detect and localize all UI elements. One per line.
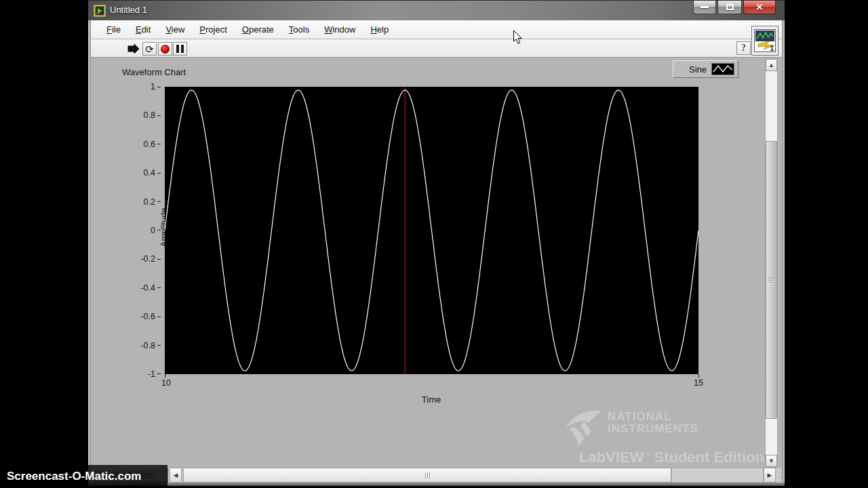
window-right-border bbox=[782, 20, 785, 483]
maximize-button[interactable] bbox=[717, 1, 742, 14]
scroll-up-button[interactable]: ▲ bbox=[766, 59, 777, 71]
scroll-left-icon: ◀ bbox=[174, 472, 178, 479]
chart-title: Waveform Chart bbox=[122, 67, 186, 77]
vi-icon-pane[interactable]: 1 bbox=[751, 26, 778, 56]
run-continuously-icon: ⟳ bbox=[145, 44, 154, 54]
scroll-down-icon: ▼ bbox=[768, 458, 774, 464]
legend-series-label: Sine bbox=[689, 64, 707, 75]
legend-waveform-icon bbox=[711, 63, 734, 75]
y-axis-ticks: 1 0.8 0.6 0.4 0.2 0 -0.2 -0.4 -0.6 -0.8 … bbox=[119, 83, 161, 378]
menu-item-file[interactable]: File bbox=[99, 20, 128, 39]
waveform-chart[interactable]: Amplitude 1 0.8 0.6 0.4 0.2 0 -0.2 -0.4 … bbox=[119, 80, 739, 407]
scroll-up-icon: ▲ bbox=[768, 62, 774, 68]
run-button[interactable] bbox=[126, 42, 140, 56]
menu-item-window[interactable]: Window bbox=[317, 20, 363, 39]
screencast-watermark: Screencast-O-Matic.com bbox=[0, 465, 167, 487]
labview-window: Untitled 1 ✕ File Edit View Project Oper… bbox=[88, 0, 785, 486]
labview-edition-watermark: LabVIEW™ Student Edition bbox=[561, 449, 765, 466]
menu-item-operate[interactable]: Operate bbox=[235, 20, 281, 39]
labview-vi-icon bbox=[94, 5, 106, 17]
window-bottom-border bbox=[88, 483, 785, 486]
minimize-icon bbox=[701, 6, 709, 8]
vi-toolbar bbox=[91, 39, 782, 58]
horizontal-scrollbar-track[interactable] bbox=[671, 468, 764, 483]
scroll-down-button[interactable]: ▼ bbox=[766, 455, 777, 467]
menu-item-view[interactable]: View bbox=[158, 20, 192, 39]
svg-text:1: 1 bbox=[770, 45, 774, 52]
x-tick-min: 10 bbox=[161, 378, 171, 388]
abort-button[interactable] bbox=[158, 42, 172, 56]
run-arrow-icon bbox=[127, 43, 140, 54]
pause-button[interactable] bbox=[173, 42, 187, 56]
maximize-icon bbox=[726, 4, 734, 10]
menu-bar: File Edit View Project Operate Tools Win… bbox=[91, 20, 782, 39]
sine-curve bbox=[165, 90, 698, 371]
ni-watermark: NATIONAL INSTRUMENTS LabVIEW™ Student Ed… bbox=[561, 408, 765, 466]
window-title: Untitled 1 bbox=[110, 5, 147, 15]
vi-icon-thumbnail: 1 bbox=[754, 29, 776, 52]
ni-wordmark-line1: NATIONAL bbox=[608, 411, 698, 423]
x-axis-label: Time bbox=[422, 394, 441, 405]
scroll-left-button[interactable]: ◀ bbox=[170, 468, 182, 483]
menu-item-help[interactable]: Help bbox=[363, 20, 396, 39]
ni-eagle-logo-icon bbox=[561, 408, 604, 447]
vertical-scrollbar-thumb[interactable] bbox=[766, 141, 777, 419]
context-help-button[interactable]: ? bbox=[736, 41, 751, 55]
title-bar[interactable]: Untitled 1 ✕ bbox=[88, 0, 785, 20]
vertical-scrollbar[interactable]: ▲ ▼ bbox=[765, 58, 778, 468]
pause-icon bbox=[176, 45, 179, 53]
x-tick-max: 15 bbox=[694, 378, 703, 388]
horizontal-scrollbar-thumb[interactable] bbox=[183, 468, 671, 483]
scroll-right-icon: ▶ bbox=[768, 472, 772, 479]
run-continuously-button[interactable]: ⟳ bbox=[142, 42, 157, 56]
close-button[interactable]: ✕ bbox=[743, 1, 776, 14]
abort-icon bbox=[161, 45, 170, 54]
menu-item-edit[interactable]: Edit bbox=[128, 20, 158, 39]
plot-legend[interactable]: Sine bbox=[673, 60, 738, 78]
minimize-button[interactable] bbox=[693, 1, 716, 14]
menu-item-tools[interactable]: Tools bbox=[281, 20, 317, 39]
menu-item-project[interactable]: Project bbox=[192, 20, 234, 39]
plot-area[interactable] bbox=[165, 87, 698, 374]
horizontal-scrollbar[interactable]: Student Edition ◀ ▶ bbox=[91, 468, 782, 483]
x-tick-mark-right bbox=[698, 374, 699, 378]
x-tick-mark-left bbox=[165, 374, 165, 378]
window-left-border bbox=[88, 20, 91, 483]
mouse-cursor bbox=[513, 30, 523, 45]
ni-wordmark-line2: INSTRUMENTS bbox=[608, 423, 698, 435]
